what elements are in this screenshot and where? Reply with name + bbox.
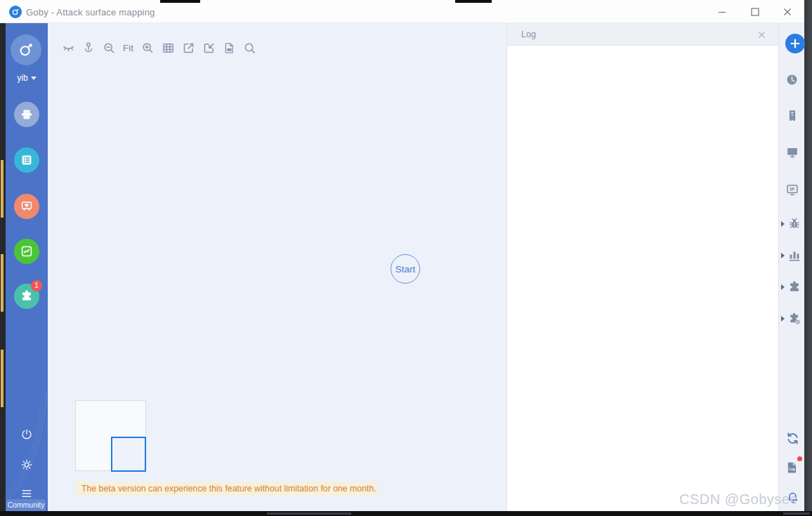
mapping-canvas[interactable]: Fit xyxy=(48,23,506,511)
plugins-rail-button[interactable] xyxy=(779,279,805,296)
sidebar-item-report[interactable] xyxy=(14,239,39,264)
background-artifact xyxy=(1,350,4,407)
background-artifact xyxy=(267,512,351,515)
window-title: Goby - Attack surface mapping xyxy=(26,0,155,23)
history-button[interactable] xyxy=(779,71,805,88)
power-button[interactable] xyxy=(18,425,36,444)
puzzle-icon xyxy=(19,289,34,304)
screen: Goby - Attack surface mapping xyxy=(0,0,812,516)
maximize-button[interactable] xyxy=(745,0,766,23)
bug-icon xyxy=(787,216,802,232)
vulnerabilities-rail-button[interactable] xyxy=(779,216,805,232)
background-artifact xyxy=(783,512,810,515)
minimap-viewport[interactable] xyxy=(111,437,146,472)
expand-arrow-icon xyxy=(781,284,785,290)
gear-icon xyxy=(20,458,34,472)
start-button[interactable]: Start xyxy=(391,254,420,284)
fit-button[interactable]: Fit xyxy=(122,43,135,53)
content-row: yib xyxy=(0,23,804,511)
background-artifact xyxy=(1,254,4,312)
expand-arrow-icon xyxy=(781,221,785,227)
expand-arrow-icon xyxy=(781,316,785,322)
title-bar: Goby - Attack surface mapping xyxy=(0,0,804,23)
close-icon xyxy=(757,30,766,39)
left-sidebar: yib xyxy=(6,23,48,511)
community-tag[interactable]: Community xyxy=(6,499,46,511)
goby-profile-logo[interactable] xyxy=(11,34,41,65)
person-pin-icon[interactable] xyxy=(81,40,96,55)
zoom-in-icon[interactable] xyxy=(140,40,155,55)
plugin-settings-icon xyxy=(787,311,802,326)
canvas-toolbar: Fit xyxy=(60,40,257,55)
eye-closed-icon[interactable] xyxy=(60,40,76,55)
goby-logo-icon xyxy=(9,6,22,18)
scanner-icon xyxy=(19,107,34,122)
add-scan-button[interactable] xyxy=(785,34,805,53)
log-report-button[interactable]: Log xyxy=(779,458,805,475)
background-window-edge xyxy=(0,23,4,511)
refresh-button[interactable] xyxy=(779,430,805,446)
zoom-out-icon[interactable] xyxy=(101,40,117,55)
statistics-bars-icon xyxy=(787,248,802,263)
log-close-button[interactable] xyxy=(756,29,767,40)
sidebar-item-scanner[interactable] xyxy=(14,102,39,127)
close-button[interactable] xyxy=(777,0,798,23)
puzzle-icon xyxy=(787,279,802,295)
ip-button[interactable]: IP xyxy=(779,181,805,198)
watermark: CSDN @Gobysec xyxy=(679,491,797,508)
right-sidebar: IP xyxy=(778,23,804,511)
monitor-button[interactable] xyxy=(779,144,805,161)
sidebar-item-vulnerability[interactable] xyxy=(14,194,39,219)
background-window-edge xyxy=(804,0,812,516)
log-panel-body[interactable] xyxy=(507,46,778,511)
search-icon[interactable] xyxy=(242,40,257,55)
export-icon[interactable] xyxy=(181,40,196,55)
ip-badge-icon: IP xyxy=(785,182,800,197)
server-button[interactable] xyxy=(779,107,805,124)
statistics-rail-button[interactable] xyxy=(779,247,805,264)
log-panel-header: Log xyxy=(507,23,778,46)
username-label: yib xyxy=(17,73,27,83)
report-chart-icon xyxy=(19,244,34,259)
log-panel: Log xyxy=(506,23,778,511)
ip-label: IP xyxy=(790,186,795,192)
log-file-icon: Log xyxy=(785,460,800,475)
taskbar-edge xyxy=(0,511,812,516)
user-dropdown[interactable]: yib xyxy=(6,73,48,83)
plugin-settings-rail-button[interactable] xyxy=(779,310,805,327)
background-window-edge xyxy=(455,0,492,3)
refresh-icon xyxy=(785,431,800,446)
background-artifact xyxy=(1,160,4,218)
settings-button[interactable] xyxy=(18,456,36,474)
hamburger-menu-icon xyxy=(20,487,34,501)
vulnerability-monitor-icon xyxy=(19,199,34,214)
monitor-icon xyxy=(785,145,800,160)
minimize-button[interactable] xyxy=(712,0,733,23)
import-icon[interactable] xyxy=(201,40,216,55)
notification-dot xyxy=(797,456,802,461)
asset-list-icon xyxy=(19,152,34,168)
table-grid-icon[interactable] xyxy=(160,40,176,55)
chevron-down-icon xyxy=(31,77,37,80)
history-clock-icon xyxy=(785,73,799,86)
log-panel-title: Log xyxy=(521,23,536,46)
expand-arrow-icon xyxy=(781,253,785,258)
log-file-icon[interactable] xyxy=(221,40,237,55)
extensions-badge: 1 xyxy=(31,280,42,291)
power-icon xyxy=(20,428,34,442)
plus-icon xyxy=(790,38,801,49)
goby-window: Goby - Attack surface mapping xyxy=(0,0,804,511)
beta-notice: The beta version can experience this fea… xyxy=(75,482,377,496)
server-tower-icon xyxy=(785,108,800,124)
background-window-edge xyxy=(160,0,200,3)
log-doc-label: Log xyxy=(789,468,795,471)
sidebar-item-assets[interactable] xyxy=(14,147,39,173)
